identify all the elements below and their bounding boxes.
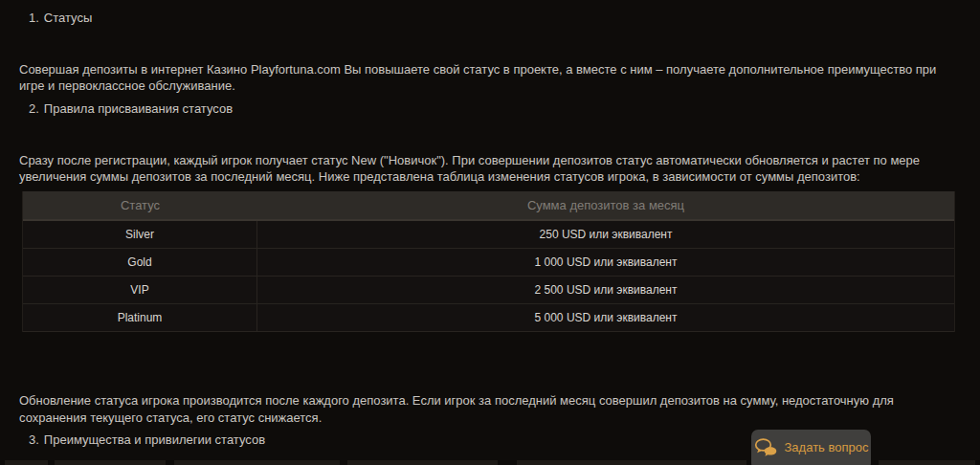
table-row: Platinum 5 000 USD или эквивалент — [23, 304, 954, 332]
section-title: Статусы — [44, 11, 92, 25]
table-header-row: Статус Сумма депозитов за месяц — [23, 191, 954, 221]
amount-cell: 1 000 USD или эквивалент — [257, 249, 954, 276]
status-table: Статус Сумма депозитов за месяц Silver 2… — [22, 191, 955, 332]
status-cell: Gold — [23, 249, 257, 276]
below-fold-content-edge — [5, 460, 48, 465]
section-title: Преимущества и привилегии статусов — [44, 432, 265, 447]
amount-cell: 5 000 USD или эквивалент — [257, 304, 954, 331]
section-title: Правила присваивания статусов — [44, 101, 233, 116]
below-fold-content-edge — [174, 460, 340, 465]
section-heading-rules: 2. Правила присваивания статусов — [29, 101, 233, 116]
status-cell: Platinum — [23, 304, 257, 331]
table-header-amount: Сумма депозитов за месяц — [257, 191, 954, 219]
status-cell: VIP — [23, 277, 257, 303]
below-fold-content-edge — [347, 460, 498, 465]
amount-cell: 250 USD или эквивалент — [257, 221, 954, 248]
section-heading-statuses: 1. Статусы — [29, 11, 92, 25]
below-fold-content-edge — [55, 460, 166, 465]
table-row: VIP 2 500 USD или эквивалент — [23, 277, 954, 304]
paragraph-status-update: Обновление статуса игрока производится п… — [19, 392, 962, 427]
ask-question-button[interactable]: Задать вопрос — [751, 430, 871, 465]
section-heading-privileges: 3. Преимущества и привилегии статусов — [29, 432, 265, 447]
below-fold-content-edge — [517, 460, 746, 465]
section-number: 1. — [29, 11, 39, 25]
status-cell: Silver — [23, 221, 257, 248]
ask-question-label: Задать вопрос — [785, 440, 869, 454]
table-row: Gold 1 000 USD или эквивалент — [23, 249, 954, 277]
paragraph-intro: Совершая депозиты в интернет Казино Play… — [19, 61, 962, 94]
section-number: 2. — [29, 101, 39, 116]
paragraph-rules: Сразу после регистрации, каждый игрок по… — [19, 152, 962, 185]
table-header-status: Статус — [23, 191, 257, 219]
below-fold-content-edge — [879, 460, 975, 465]
amount-cell: 2 500 USD или эквивалент — [257, 277, 954, 303]
section-number: 3. — [29, 432, 39, 447]
chat-bubbles-icon — [754, 438, 777, 456]
table-row: Silver 250 USD или эквивалент — [23, 221, 954, 249]
